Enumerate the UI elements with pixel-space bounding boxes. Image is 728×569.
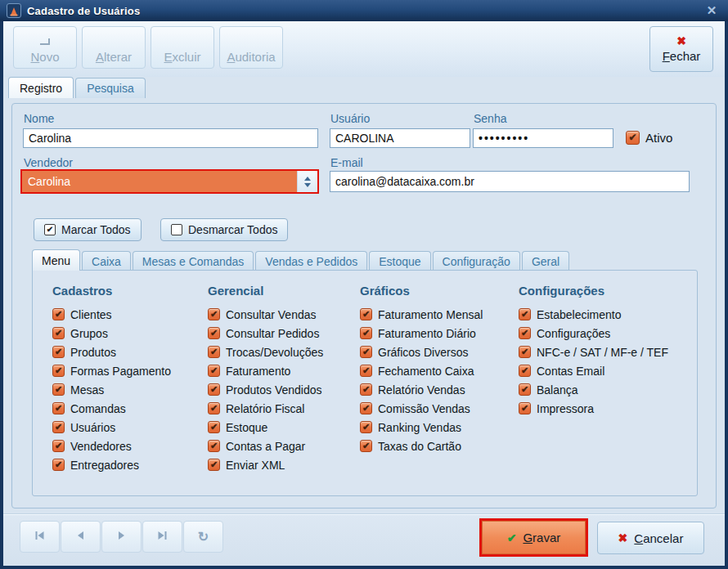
permission-item-faturamento[interactable]: ✔Faturamento xyxy=(208,361,323,380)
permission-item-produtos-vendidos[interactable]: ✔Produtos Vendidos xyxy=(208,380,323,399)
nav-refresh-button[interactable]: ↻ xyxy=(183,521,223,553)
checked-checkbox-icon[interactable]: ✔ xyxy=(208,327,220,339)
permission-item-faturamento-diario[interactable]: ✔Faturamento Diário xyxy=(360,324,483,343)
checked-checkbox-icon[interactable]: ✔ xyxy=(360,421,372,433)
checked-checkbox-icon[interactable]: ✔ xyxy=(208,440,220,452)
checked-checkbox-icon[interactable]: ✔ xyxy=(208,308,220,320)
window-close-icon[interactable]: ✕ xyxy=(702,3,721,18)
toolbar-button-label: Excluir xyxy=(164,50,200,64)
gravar-button[interactable]: ✔ Gravar xyxy=(482,521,586,554)
checked-checkbox-icon[interactable]: ✔ xyxy=(519,383,531,396)
menu-tab-estoque[interactable]: Estoque xyxy=(369,251,430,271)
vendedor-combo[interactable]: Carolina xyxy=(22,171,297,192)
checked-checkbox-icon[interactable]: ✔ xyxy=(208,383,220,396)
vendedor-spinner[interactable] xyxy=(297,171,317,192)
desmarcar-todos-button[interactable]: Desmarcar Todos xyxy=(160,218,288,241)
checked-checkbox-icon[interactable]: ✔ xyxy=(208,421,220,433)
permission-item-comandas[interactable]: ✔Comandas xyxy=(52,399,171,418)
marcar-todos-button[interactable]: ✔ Marcar Todos xyxy=(34,218,142,241)
permission-item-entregadores[interactable]: ✔Entregadores xyxy=(52,455,171,474)
nome-input[interactable] xyxy=(23,128,318,148)
checked-checkbox-icon[interactable]: ✔ xyxy=(519,365,531,377)
permission-item-taxas-do-cartao[interactable]: ✔Taxas do Cartão xyxy=(360,437,483,455)
permission-item-nfce-sat-mfe-tef[interactable]: ✔NFC-e / SAT / MF-e / TEF xyxy=(519,343,668,361)
checked-checkbox-icon[interactable]: ✔ xyxy=(52,365,65,377)
checked-checkbox-icon[interactable]: ✔ xyxy=(360,383,372,396)
permission-item-faturamento-mensal[interactable]: ✔Faturamento Mensal xyxy=(360,305,483,324)
checked-checkbox-icon[interactable]: ✔ xyxy=(360,365,372,377)
checked-checkbox-icon[interactable]: ✔ xyxy=(519,327,531,339)
permission-item-usuarios[interactable]: ✔Usuários xyxy=(52,418,171,437)
email-input[interactable] xyxy=(330,171,690,192)
usuario-input[interactable] xyxy=(330,128,470,148)
ativo-checkbox-row: ✔ Ativo xyxy=(626,131,672,145)
toolbar-button-auditoria[interactable]: Auditoria xyxy=(219,26,283,69)
checked-checkbox-icon[interactable]: ✔ xyxy=(52,327,65,339)
permission-item-formas-pagamento[interactable]: ✔Formas Pagamento xyxy=(52,361,171,380)
permission-column-gerencial: Gerencial✔Consultar Vendas✔Consultar Ped… xyxy=(208,284,323,474)
permission-item-graficos-diversos[interactable]: ✔Gráficos Diversos xyxy=(360,343,483,361)
permission-item-label: Faturamento Diário xyxy=(378,327,476,340)
menu-tab-vendas-e-pedidos[interactable]: Vendas e Pedidos xyxy=(255,251,367,271)
checked-checkbox-icon[interactable]: ✔ xyxy=(208,346,220,358)
checked-checkbox-icon[interactable]: ✔ xyxy=(360,308,372,320)
fechar-button[interactable]: ✖ Fechar xyxy=(649,26,713,72)
permission-item-consultar-vendas[interactable]: ✔Consultar Vendas xyxy=(208,305,323,324)
permission-item-fechamento-caixa[interactable]: ✔Fechamento Caixa xyxy=(360,361,483,380)
permission-item-comissao-vendas[interactable]: ✔Comissão Vendas xyxy=(360,399,483,418)
nav-next-button[interactable] xyxy=(101,521,142,553)
nav-previous-button[interactable] xyxy=(61,521,101,553)
permission-item-consultar-pedidos[interactable]: ✔Consultar Pedidos xyxy=(208,324,323,343)
permission-item-ranking-vendas[interactable]: ✔Ranking Vendas xyxy=(360,418,483,437)
checked-checkbox-icon[interactable]: ✔ xyxy=(208,459,220,471)
permission-item-trocasdevolucoes[interactable]: ✔Trocas/Devoluções xyxy=(208,343,323,361)
permission-item-clientes[interactable]: ✔Clientes xyxy=(52,305,171,324)
checked-checkbox-icon[interactable]: ✔ xyxy=(52,308,65,320)
checked-checkbox-icon[interactable]: ✔ xyxy=(360,346,372,358)
menu-tab-geral[interactable]: Geral xyxy=(522,251,569,271)
checked-checkbox-icon[interactable]: ✔ xyxy=(360,327,372,339)
checked-checkbox-icon[interactable]: ✔ xyxy=(519,308,531,320)
permission-item-grupos[interactable]: ✔Grupos xyxy=(52,324,171,343)
nav-last-button[interactable] xyxy=(142,521,182,553)
permission-item-vendedores[interactable]: ✔Vendedores xyxy=(52,437,171,455)
menu-tab-configuracao[interactable]: Configuração xyxy=(433,251,520,271)
menu-tab-menu[interactable]: Menu xyxy=(32,249,80,271)
checked-checkbox-icon[interactable]: ✔ xyxy=(52,383,65,396)
senha-input[interactable] xyxy=(473,128,613,148)
permission-item-contas-email[interactable]: ✔Contas Email xyxy=(519,361,668,380)
menu-tab-caixa[interactable]: Caixa xyxy=(82,251,131,271)
tab-pesquisa[interactable]: Pesquisa xyxy=(75,78,146,98)
checked-checkbox-icon[interactable]: ✔ xyxy=(519,346,531,358)
toolbar-button-alterar[interactable]: Alterar xyxy=(82,26,146,69)
ativo-checkbox[interactable]: ✔ xyxy=(626,131,640,145)
permission-item-relatorio-fiscal[interactable]: ✔Relatório Fiscal xyxy=(208,399,323,418)
nav-first-button[interactable] xyxy=(20,521,60,553)
permission-item-enviar-xml[interactable]: ✔Enviar XML xyxy=(208,455,323,474)
checked-checkbox-icon[interactable]: ✔ xyxy=(52,402,65,414)
permission-item-produtos[interactable]: ✔Produtos xyxy=(52,343,171,361)
menu-tab-mesas-e-comandas[interactable]: Mesas e Comandas xyxy=(133,251,254,271)
tab-registro[interactable]: Registro xyxy=(8,77,74,98)
permission-item-contas-a-pagar[interactable]: ✔Contas a Pagar xyxy=(208,437,323,455)
permission-item-mesas[interactable]: ✔Mesas xyxy=(52,380,171,399)
checked-checkbox-icon[interactable]: ✔ xyxy=(52,346,65,358)
permission-item-estabelecimento[interactable]: ✔Estabelecimento xyxy=(519,305,668,324)
checked-checkbox-icon[interactable]: ✔ xyxy=(360,440,372,452)
checked-checkbox-icon[interactable]: ✔ xyxy=(52,459,65,471)
toolbar-button-excluir[interactable]: Excluir xyxy=(151,26,214,69)
cancelar-button[interactable]: ✖ Cancelar xyxy=(597,522,704,554)
checked-checkbox-icon[interactable]: ✔ xyxy=(519,402,531,414)
checked-checkbox-icon[interactable]: ✔ xyxy=(52,421,65,433)
permission-item-configuracoes[interactable]: ✔Configurações xyxy=(519,324,668,343)
checked-checkbox-icon[interactable]: ✔ xyxy=(208,402,220,414)
cancelar-button-label: Cancelar xyxy=(634,531,683,545)
toolbar-button-novo[interactable]: Novo xyxy=(13,26,77,69)
permission-item-estoque[interactable]: ✔Estoque xyxy=(208,418,323,437)
permission-item-balanca[interactable]: ✔Balança xyxy=(519,380,668,399)
permission-item-relatorio-vendas[interactable]: ✔Relatório Vendas xyxy=(360,380,483,399)
permission-item-impressora[interactable]: ✔Impressora xyxy=(519,399,668,418)
checked-checkbox-icon[interactable]: ✔ xyxy=(360,402,372,414)
checked-checkbox-icon[interactable]: ✔ xyxy=(208,365,220,377)
checked-checkbox-icon[interactable]: ✔ xyxy=(52,440,65,452)
